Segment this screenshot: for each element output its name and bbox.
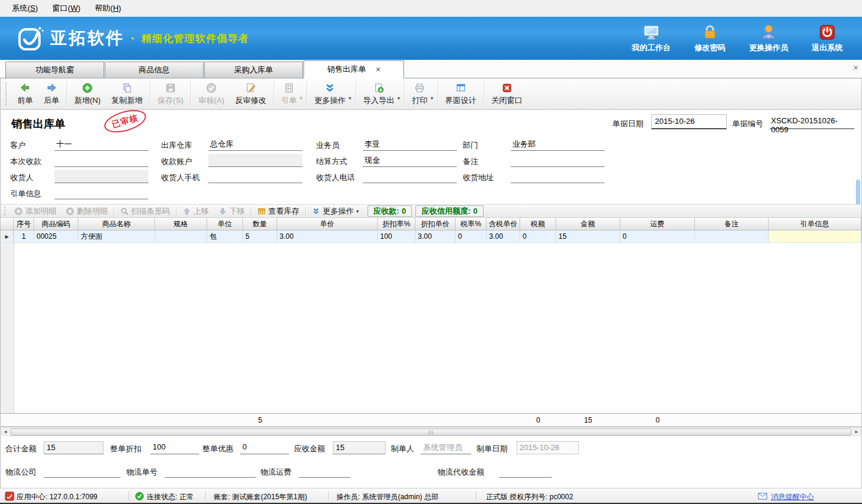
menu-help[interactable]: 帮助(H) (89, 0, 129, 17)
prev-order-button[interactable]: 前单 (12, 80, 38, 108)
tab-close-icon[interactable]: × (375, 65, 380, 74)
horizontal-scrollbar-thumb[interactable]: ||| (11, 429, 851, 436)
tabstrip-close-icon[interactable]: × (853, 62, 858, 72)
unapprove-edit-button[interactable]: 反审修改 (230, 80, 272, 108)
license-status: 正式版 授权序列号: pc0002 (486, 492, 573, 502)
col-header-price[interactable]: 单价 (277, 218, 378, 230)
cell-seq[interactable]: 1 (14, 230, 34, 242)
col-header-name[interactable]: 商品名称 (78, 218, 155, 230)
col-header-qty[interactable]: 数量 (243, 218, 277, 230)
logistics-cod-field[interactable] (499, 464, 552, 478)
logistics-no-field[interactable] (165, 464, 256, 478)
col-header-unit[interactable]: 单位 (207, 218, 243, 230)
ui-design-button[interactable]: 界面设计 (440, 80, 482, 108)
menu-window[interactable]: 窗口(W) (46, 0, 89, 17)
col-header-freight[interactable]: 运费 (620, 218, 695, 230)
more-actions-dropdown-icon[interactable]: ▾ (348, 95, 351, 101)
logistics-company-field[interactable] (44, 464, 120, 478)
cell-tax-incl-price[interactable]: 3.00 (487, 230, 520, 242)
menu-system[interactable]: 系统(S) (6, 0, 46, 17)
tab-function-nav[interactable]: 功能导航窗 (5, 62, 104, 78)
next-order-button[interactable]: 后单 (38, 80, 65, 108)
col-header-remark[interactable]: 备注 (695, 218, 769, 230)
logistics-cod-label: 物流代收金额 (438, 467, 484, 478)
delete-row-icon (66, 207, 74, 215)
tab-sales-outbound[interactable]: 销售出库单 × (303, 60, 404, 78)
col-header-discount-rate[interactable]: 折扣率% (378, 218, 415, 230)
col-header-ref[interactable]: 引单信息 (769, 218, 861, 230)
tab-product-info[interactable]: 商品信息 (105, 62, 204, 78)
cell-tax-rate[interactable]: 0 (456, 230, 487, 242)
delivery-address-field[interactable] (511, 170, 605, 183)
remark-field[interactable] (511, 154, 605, 167)
cell-price[interactable]: 3.00 (277, 230, 378, 242)
col-header-spec[interactable]: 规格 (155, 218, 207, 230)
col-header-discount-price[interactable]: 折扣单价 (415, 218, 456, 230)
view-stock-button[interactable]: 查看库存 (253, 206, 304, 217)
add-row-button: 添加明细 (10, 206, 61, 217)
detail-toolbar-grip[interactable] (4, 207, 6, 215)
cell-amount[interactable]: 15 (556, 230, 620, 242)
cell-code[interactable]: 00025 (34, 230, 78, 242)
cell-freight[interactable]: 0 (620, 230, 695, 242)
change-password-button[interactable]: 修改密码 (686, 23, 734, 53)
department-field[interactable]: 业务部 (511, 138, 605, 151)
approve-button: 审核(A) (193, 80, 229, 108)
import-export-button[interactable]: 导入导出 (358, 80, 400, 108)
cell-ref[interactable] (769, 230, 861, 242)
copy-new-button[interactable]: 复制新增 (106, 80, 148, 108)
cell-tax[interactable]: 0 (520, 230, 556, 242)
message-center-link[interactable]: 消息提醒中心 (771, 492, 814, 502)
warehouse-field[interactable]: 总仓库 (208, 138, 302, 151)
order-rebate-field[interactable]: 0 (240, 441, 289, 454)
col-header-tax-incl-price[interactable]: 含税单价 (487, 218, 520, 230)
order-discount-field[interactable]: 100 (150, 441, 199, 454)
workbench-button[interactable]: 我的工作台 (627, 23, 675, 53)
add-new-icon (81, 82, 93, 94)
col-header-tax[interactable]: 税额 (520, 218, 556, 230)
payment-field[interactable] (54, 154, 148, 167)
move-down-icon (218, 207, 227, 215)
cell-remark[interactable] (695, 230, 769, 242)
header-actions: 我的工作台 修改密码 更换操作员 (627, 23, 851, 53)
pull-order-button: 引单 (276, 80, 302, 108)
exit-system-button[interactable]: 退出系统 (803, 23, 851, 53)
grid-data-row[interactable]: ▶ 1 00025 方便面 包 5 3.00 100 3.00 0 3.00 0… (1, 230, 861, 243)
customer-field[interactable]: 十一 (54, 138, 148, 151)
tab-purchase-inbound[interactable]: 采购入库单 (204, 62, 303, 78)
detail-toolbar-separator (251, 207, 251, 216)
ref-order-field[interactable] (54, 186, 148, 199)
cell-qty[interactable]: 5 (243, 230, 277, 242)
col-header-tax-rate[interactable]: 税率% (456, 218, 487, 230)
print-dropdown-icon[interactable]: ▾ (430, 95, 433, 101)
logistics-freight-field[interactable] (299, 464, 350, 478)
create-date-field: 2015-10-26 (517, 441, 579, 454)
more-actions-button[interactable]: 更多操作 (309, 80, 351, 108)
more-detail-actions-button[interactable]: 更多操作 ▾ (307, 206, 364, 217)
import-export-dropdown-icon[interactable]: ▾ (397, 95, 400, 101)
cell-discount-price[interactable]: 3.00 (415, 230, 456, 242)
col-header-seq[interactable]: 序号 (14, 218, 34, 230)
change-password-label: 修改密码 (694, 42, 726, 53)
col-header-amount[interactable]: 金额 (556, 218, 620, 230)
cell-unit[interactable]: 包 (207, 230, 243, 242)
add-new-button[interactable]: 新增(N) (69, 80, 106, 108)
cell-spec[interactable] (155, 230, 207, 242)
consignee-phone-field[interactable] (363, 170, 457, 183)
consignee-mobile-field[interactable] (208, 170, 302, 183)
toolbar-separator (356, 81, 356, 107)
doc-date-input[interactable]: 2015-10-26 (651, 114, 727, 129)
pull-order-dropdown-icon: ▾ (300, 95, 303, 101)
toolbar-grip[interactable] (5, 83, 7, 105)
print-button[interactable]: 打印 (406, 80, 433, 108)
brand-logo-icon (17, 25, 44, 52)
cell-discount-rate[interactable]: 100 (378, 230, 415, 242)
switch-operator-button[interactable]: 更换操作员 (745, 23, 793, 53)
salesman-field[interactable]: 李亚 (363, 138, 457, 151)
scroll-left-icon[interactable]: ◄ (1, 429, 10, 435)
close-window-button[interactable]: 关闭窗口 (486, 80, 528, 108)
cell-name[interactable]: 方便面 (78, 230, 155, 242)
settlement-field[interactable]: 现金 (363, 154, 457, 167)
col-header-code[interactable]: 商品编码 (34, 218, 78, 230)
scroll-right-icon[interactable]: ► (852, 429, 861, 435)
